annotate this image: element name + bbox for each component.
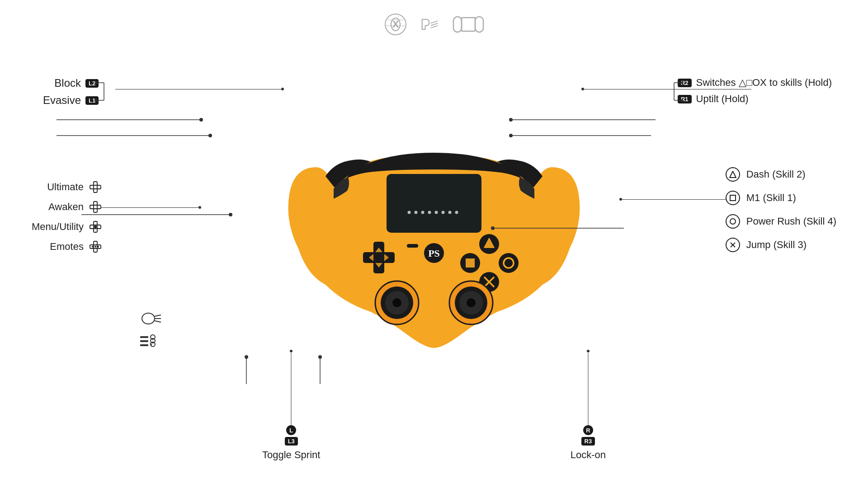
svg-line-7 — [431, 26, 438, 28]
l3-dot — [290, 350, 292, 352]
svg-point-17 — [442, 211, 445, 214]
svg-point-81 — [94, 246, 96, 248]
dpad-connector — [100, 206, 201, 209]
options-icon — [140, 334, 158, 348]
r2-line — [584, 89, 751, 89]
svg-rect-90 — [140, 344, 148, 346]
main-content: PS — [0, 50, 868, 488]
emotes-label: Emotes — [32, 240, 102, 253]
svg-line-87 — [155, 321, 161, 322]
r-badge-top: R — [583, 425, 593, 435]
svg-point-19 — [455, 211, 458, 214]
top-right-labels: R2 Switches △□OX to skills (Hold) R1 Upt… — [678, 77, 832, 105]
l-badge-top: L — [286, 425, 296, 435]
dpad-icon-ultimate — [89, 181, 102, 193]
svg-point-59 — [245, 355, 248, 359]
svg-point-49 — [208, 134, 212, 137]
l3-badge: L3 — [285, 437, 298, 446]
svg-rect-72 — [94, 182, 97, 192]
svg-point-82 — [92, 246, 94, 248]
svg-text:X: X — [392, 19, 399, 30]
svg-rect-96 — [730, 195, 736, 201]
switch-icon — [453, 13, 484, 36]
svg-point-78 — [94, 225, 97, 228]
svg-text:PS: PS — [428, 248, 440, 259]
action-connector — [619, 198, 726, 201]
svg-rect-22 — [407, 244, 418, 248]
r3-badge: R3 — [581, 437, 595, 446]
svg-line-5 — [431, 21, 438, 23]
svg-marker-95 — [730, 171, 736, 178]
svg-point-15 — [428, 211, 431, 214]
block-text: Block — [54, 77, 81, 89]
svg-rect-11 — [387, 174, 481, 233]
svg-point-55 — [229, 213, 232, 216]
svg-rect-74 — [94, 202, 97, 212]
l-connector — [115, 88, 284, 90]
dash-text: Dash (Skill 2) — [746, 169, 806, 180]
toggle-sprint-section: L L3 Toggle Sprint — [262, 425, 320, 461]
touchpad-icon — [140, 312, 163, 325]
svg-rect-24 — [363, 252, 395, 263]
evasive-text: Evasive — [43, 94, 81, 107]
xbox-icon: X — [384, 13, 407, 36]
svg-point-71 — [681, 99, 683, 102]
r3-dot — [587, 350, 590, 352]
circle-label: Power Rush (Skill 4) — [726, 214, 836, 229]
block-label: Block L2 — [43, 77, 99, 89]
dpad-line — [100, 207, 200, 208]
page-container: X — [0, 0, 868, 488]
menu-utility-text: Menu/Utility — [32, 221, 84, 233]
svg-rect-10 — [462, 18, 475, 31]
awaken-label: Awaken — [32, 201, 102, 213]
toggle-sprint-text: Toggle Sprint — [262, 449, 320, 461]
ps-icon — [418, 13, 442, 36]
svg-point-41 — [392, 298, 401, 307]
circle-symbol — [726, 214, 740, 229]
cross-symbol — [726, 238, 740, 252]
dpad-icon-menu — [89, 221, 102, 233]
svg-line-6 — [431, 23, 438, 25]
svg-point-97 — [730, 219, 736, 224]
left-mid-labels: Ultimate Awaken Menu/Utility — [32, 181, 102, 253]
top-left-labels: Block L2 Evasive L1 — [43, 77, 99, 107]
svg-rect-89 — [140, 340, 148, 342]
l2-dot — [281, 88, 284, 90]
lock-on-text: Lock-on — [571, 449, 606, 461]
square-label: M1 (Skill 1) — [726, 191, 836, 205]
svg-point-70 — [681, 81, 683, 84]
dpad-icon-emotes — [89, 240, 102, 253]
svg-point-83 — [97, 246, 99, 248]
switches-text: Switches △□OX to skills (Hold) — [696, 77, 832, 89]
l2-line — [115, 89, 283, 89]
square-symbol — [726, 191, 740, 205]
lock-on-section: R R3 Lock-on — [571, 425, 606, 461]
svg-point-66 — [95, 99, 97, 102]
svg-point-18 — [448, 211, 452, 214]
awaken-text: Awaken — [48, 201, 84, 213]
left-lower-icons — [140, 312, 163, 348]
triangle-symbol — [726, 167, 740, 182]
r3-line — [588, 353, 588, 425]
platform-icons: X — [384, 13, 484, 36]
svg-rect-88 — [140, 336, 148, 338]
ultimate-label: Ultimate — [32, 181, 102, 193]
svg-point-13 — [415, 211, 418, 214]
ultimate-text: Ultimate — [47, 181, 84, 193]
svg-point-14 — [421, 211, 425, 214]
l3-line — [291, 353, 292, 425]
controller-svg: PS — [280, 95, 588, 402]
svg-point-65 — [95, 81, 97, 84]
menu-utility-label: Menu/Utility — [32, 221, 102, 233]
triangle-label: Dash (Skill 2) — [726, 167, 836, 182]
svg-point-84 — [142, 313, 155, 324]
r2-label: R2 Switches △□OX to skills (Hold) — [678, 77, 832, 89]
svg-line-85 — [155, 315, 161, 316]
dpad-icon-awaken — [89, 201, 102, 213]
m1-text: M1 (Skill 1) — [746, 192, 796, 204]
svg-rect-9 — [475, 17, 483, 32]
svg-rect-8 — [453, 17, 462, 32]
svg-point-47 — [199, 118, 203, 122]
uptilt-text: Uptilt (Hold) — [696, 93, 749, 105]
svg-rect-75 — [90, 205, 101, 209]
